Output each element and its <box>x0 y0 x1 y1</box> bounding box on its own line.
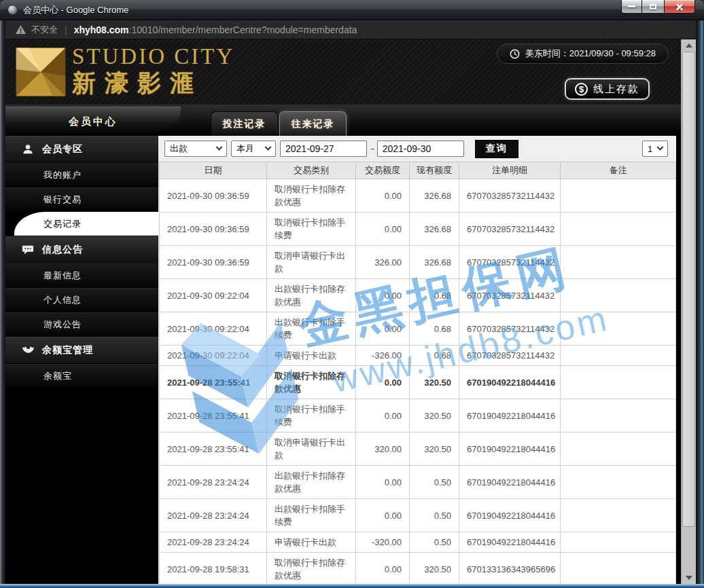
cell-type: 出款银行卡扣除存款优惠 <box>267 466 356 499</box>
url-text[interactable]: xhyh08.com:10010/member/memberCentre?mod… <box>74 24 357 35</box>
search-button[interactable]: 查询 <box>475 140 518 158</box>
cell-balance: 0.50 <box>410 499 459 532</box>
cell-amount: 0.00 <box>356 553 410 585</box>
window-border-left <box>0 20 5 584</box>
cell-date: 2021-09-28 23:24:24 <box>160 532 267 553</box>
cell-note <box>561 433 676 466</box>
scroll-down-button[interactable] <box>682 572 696 584</box>
cell-order: 670703285732114432 <box>459 346 561 366</box>
cell-order: 670703285732114432 <box>459 213 561 246</box>
cell-type: 取消银行卡扣除手续费 <box>267 399 356 433</box>
cell-order: 670190492218044416 <box>459 366 561 399</box>
cell-note <box>561 179 676 213</box>
site-logo[interactable]: STUDIO CITY 新濠影滙 <box>12 44 234 100</box>
maximize-icon <box>650 4 656 10</box>
window-controls <box>621 0 695 14</box>
page-main: STUDIO CITY 新濠影滙 美东时间：2021/09/30 - 09:59… <box>5 39 681 584</box>
vertical-scrollbar[interactable] <box>681 39 696 584</box>
online-deposit-button[interactable]: $ 线上存款 <box>565 78 650 100</box>
table-row: 2021-09-30 09:22:04出款银行卡扣除手续费0.000.68670… <box>160 312 676 346</box>
browser-window: 会员中心 - Google Chrome 不安全 | xhyh08.com:10… <box>0 0 704 588</box>
cell-note <box>561 213 676 246</box>
sidebar-section-header[interactable]: 余额宝管理 <box>5 337 158 364</box>
cell-balance: 320.50 <box>410 553 459 585</box>
cell-order: 670703285732114432 <box>459 246 561 279</box>
sidebar-section-label: 会员专区 <box>42 143 83 155</box>
sidebar-item[interactable]: 交易记录 <box>14 212 158 236</box>
cell-order: 670703285732114432 <box>459 312 561 346</box>
transaction-type-select[interactable]: 出款 <box>164 141 227 157</box>
sidebar-section-header[interactable]: 会员专区 <box>5 136 158 163</box>
cell-date: 2021-09-30 09:36:59 <box>160 213 267 246</box>
sidebar-section-label: 信息公告 <box>42 244 83 256</box>
maximize-button[interactable] <box>642 0 664 14</box>
close-button[interactable] <box>664 0 695 14</box>
cell-order: 670190492218044416 <box>459 399 561 433</box>
record-tab[interactable]: 投注记录 <box>211 111 278 136</box>
table-row: 2021-09-28 23:55:41取消申请银行卡出款320.00320.50… <box>160 433 676 466</box>
close-icon <box>675 3 684 11</box>
cell-note <box>561 312 676 346</box>
nav-row: 会员中心 投注记录往来记录 <box>5 105 681 136</box>
cell-date: 2021-09-28 23:55:41 <box>160 366 267 399</box>
cell-amount: 0.00 <box>356 279 410 312</box>
period-select[interactable]: 本月 <box>231 141 276 157</box>
date-to-input[interactable] <box>377 141 464 157</box>
content-right-gutter <box>676 136 681 584</box>
table-column-header: 交易额度 <box>356 162 410 179</box>
sidebar-item[interactable]: 余额宝 <box>5 364 158 388</box>
cell-amount: -320.00 <box>356 532 410 553</box>
clock-icon <box>510 49 520 59</box>
title-bar[interactable]: 会员中心 - Google Chrome <box>0 0 704 20</box>
sidebar-item[interactable]: 银行交易 <box>5 187 158 212</box>
cell-type: 出款银行卡扣除存款优惠 <box>267 279 356 312</box>
cell-type: 取消申请银行卡出款 <box>267 246 356 279</box>
table-column-header: 交易类别 <box>267 162 356 179</box>
table-column-header: 备注 <box>561 162 676 179</box>
sidebar-item[interactable]: 最新信息 <box>5 263 158 288</box>
cell-amount: 0.00 <box>356 213 410 246</box>
cell-date: 2021-09-28 23:55:41 <box>160 399 267 433</box>
table-row: 2021-09-28 19:58:31取消银行卡扣除存款优惠0.00320.50… <box>160 553 676 585</box>
sidebar-item[interactable]: 游戏公告 <box>5 312 158 337</box>
cell-order: 670190492218044416 <box>459 532 561 553</box>
window-border-bottom <box>0 584 704 588</box>
cell-order: 670190492218044416 <box>459 466 561 499</box>
cell-type: 取消银行卡扣除存款优惠 <box>267 179 356 213</box>
cell-order: 670190492218044416 <box>459 499 561 532</box>
window-title: 会员中心 - Google Chrome <box>23 4 128 16</box>
filter-bar: 出款 本月 - 查询 1 <box>158 136 676 162</box>
site-favicon-icon <box>7 5 18 15</box>
table-row: 2021-09-30 09:36:59取消银行卡扣除手续费0.00326.686… <box>160 213 676 246</box>
cell-type: 取消银行卡扣除存款优惠 <box>267 366 356 399</box>
date-from-input[interactable] <box>280 141 367 157</box>
cell-amount: 0.00 <box>356 499 410 532</box>
scrollbar-thumb[interactable] <box>682 52 695 527</box>
cell-date: 2021-09-30 09:22:04 <box>160 312 267 346</box>
table-row: 2021-09-30 09:36:59取消申请银行卡出款326.00326.68… <box>160 246 676 279</box>
sidebar-item[interactable]: 我的账户 <box>5 163 158 187</box>
table-row: 2021-09-28 23:24:24出款银行卡扣除存款优惠0.000.5067… <box>160 466 676 499</box>
minimize-button[interactable] <box>621 0 642 14</box>
cell-date: 2021-09-30 09:36:59 <box>160 179 267 213</box>
window-border-right <box>696 20 704 584</box>
cell-note <box>561 553 676 585</box>
date-range-separator: - <box>371 143 374 154</box>
address-bar[interactable]: 不安全 | xhyh08.com:10010/member/memberCent… <box>5 20 696 39</box>
page: STUDIO CITY 新濠影滙 美东时间：2021/09/30 - 09:59… <box>5 39 696 584</box>
server-time-label: 美东时间：2021/09/30 - 09:59:28 <box>525 48 656 60</box>
transaction-type-value: 出款 <box>170 143 188 155</box>
security-label: 不安全 <box>31 24 58 36</box>
sidebar-section-header[interactable]: 信息公告 <box>5 236 158 263</box>
scroll-up-button[interactable] <box>682 39 696 52</box>
arrow-up-icon <box>686 43 692 48</box>
url-domain: xhyh08.com <box>74 24 129 35</box>
chevron-down-icon <box>657 143 664 150</box>
record-tab[interactable]: 往来记录 <box>279 111 347 136</box>
page-select[interactable]: 1 <box>642 141 668 157</box>
cell-amount: 0.00 <box>356 312 410 346</box>
message-icon <box>22 244 34 256</box>
sidebar-item[interactable]: 个人信息 <box>5 288 158 312</box>
table-row: 2021-09-30 09:36:59取消银行卡扣除存款优惠0.00326.68… <box>160 179 676 213</box>
cell-balance: 0.68 <box>410 312 459 346</box>
